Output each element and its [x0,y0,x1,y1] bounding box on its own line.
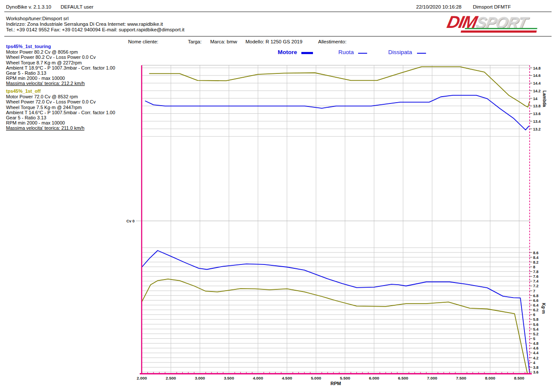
svg-text:5.000: 5.000 [311,376,321,380]
svg-text:8.000: 8.000 [485,376,495,380]
svg-text:6.8: 6.8 [533,294,539,298]
svg-text:5.500: 5.500 [340,376,350,380]
svg-text:5.6: 5.6 [533,322,539,327]
svg-text:5.2: 5.2 [533,332,539,336]
svg-text:5.8: 5.8 [533,317,539,322]
svg-text:Lambda: Lambda [542,91,547,107]
svg-text:5.4: 5.4 [533,327,539,331]
svg-text:3.8: 3.8 [533,365,539,370]
svg-text:13.6: 13.6 [533,112,541,116]
svg-text:7.8: 7.8 [533,270,539,274]
svg-text:Cv 0: Cv 0 [126,219,135,223]
svg-text:4.500: 4.500 [282,376,292,380]
dyno-chart: Cv 02.0002.5003.0003.5004.0004.5005.0005… [0,0,555,392]
svg-text:8.4: 8.4 [533,255,539,260]
svg-text:4.6: 4.6 [533,346,539,350]
svg-text:5: 5 [533,337,535,341]
svg-text:13.2: 13.2 [533,127,541,131]
svg-text:6.000: 6.000 [369,376,379,380]
svg-text:7: 7 [533,289,535,293]
svg-text:14.6: 14.6 [533,73,541,78]
svg-text:7.500: 7.500 [456,376,466,380]
svg-text:2.500: 2.500 [166,376,176,380]
svg-text:6: 6 [533,313,535,317]
svg-text:13.4: 13.4 [533,119,541,124]
svg-text:14.4: 14.4 [533,81,541,85]
svg-text:4.8: 4.8 [533,341,539,346]
svg-text:7.6: 7.6 [533,274,539,279]
svg-text:3.500: 3.500 [224,376,234,380]
svg-text:4.000: 4.000 [253,376,263,380]
svg-text:4: 4 [533,361,535,365]
svg-text:3.6: 3.6 [533,370,539,374]
svg-text:7.2: 7.2 [533,284,539,288]
svg-text:8: 8 [533,265,535,269]
svg-text:6.4: 6.4 [533,303,539,307]
svg-text:4.4: 4.4 [533,351,539,355]
svg-text:7.4: 7.4 [533,279,539,283]
svg-text:RPM: RPM [331,381,341,386]
svg-text:13.8: 13.8 [533,104,541,108]
svg-text:7.000: 7.000 [427,376,437,380]
svg-text:Kg·m: Kg·m [541,303,546,314]
svg-text:4.2: 4.2 [533,356,539,360]
svg-text:6.500: 6.500 [398,376,408,380]
svg-text:2.000: 2.000 [137,376,147,380]
svg-text:14.8: 14.8 [533,66,541,70]
svg-text:6.2: 6.2 [533,308,539,312]
svg-text:3.000: 3.000 [195,376,205,380]
svg-text:14.2: 14.2 [533,89,541,93]
svg-text:8.6: 8.6 [533,251,539,255]
svg-text:8.500: 8.500 [514,376,524,380]
svg-text:8.2: 8.2 [533,260,539,264]
svg-text:6.6: 6.6 [533,298,539,303]
svg-text:14: 14 [533,97,537,101]
